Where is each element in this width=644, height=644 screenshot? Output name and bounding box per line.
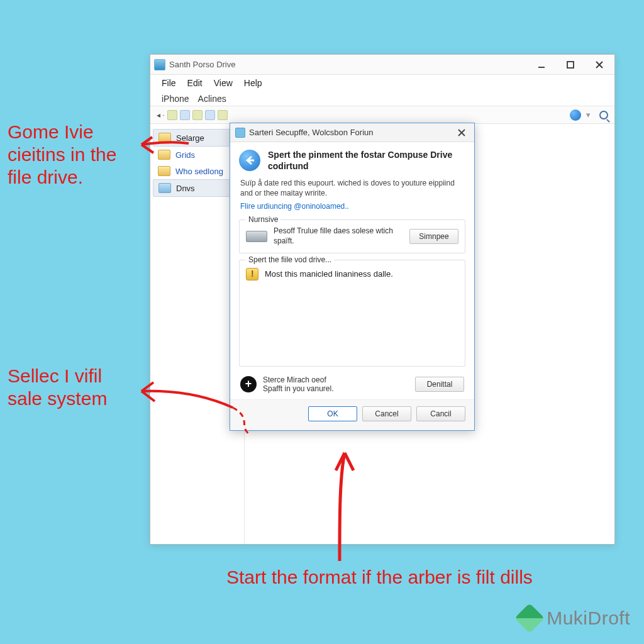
maximize-button[interactable] bbox=[562, 58, 579, 72]
list-item-label: Most this manicled linaniness dalle. bbox=[265, 269, 393, 279]
sidebar-item-dnvs[interactable]: Dnvs bbox=[153, 179, 242, 197]
toolbar-icon[interactable] bbox=[218, 110, 228, 120]
dialog-button-row: OK Cancel Cancil bbox=[230, 399, 474, 430]
annotation-top: Gome Ivie cieitins in the file drive. bbox=[8, 121, 140, 189]
menu-view[interactable]: View bbox=[214, 78, 233, 88]
ok-button[interactable]: OK bbox=[308, 406, 357, 421]
group-text: Pesoff Trulue fille daes solese wtich sp… bbox=[274, 226, 403, 246]
group-legend: Nurnsive bbox=[246, 215, 280, 224]
toolbar: ◂ · ▾ bbox=[150, 106, 614, 124]
dialog-icon bbox=[235, 128, 245, 138]
cancel-button[interactable]: Cancel bbox=[362, 406, 411, 421]
sidebar-item-label: Dnvs bbox=[176, 184, 195, 193]
toolbar-icon[interactable] bbox=[205, 110, 215, 120]
sidebar-item-selarge[interactable]: Selarge bbox=[153, 129, 242, 147]
window-titlebar: Santh Porso Drive bbox=[150, 55, 614, 75]
nav-back-icon[interactable]: ◂ · bbox=[157, 111, 165, 119]
back-arrow-icon[interactable] bbox=[239, 150, 260, 171]
extra-line: Spafft in you vanurel. bbox=[263, 384, 334, 393]
folder-icon bbox=[158, 150, 170, 160]
toolbar-icon[interactable] bbox=[167, 110, 177, 120]
folder-icon bbox=[158, 166, 170, 176]
sidebar-item-label: Selarge bbox=[176, 133, 204, 143]
format-dialog: Sarteri Secupffe, Wolcsbon Foriun Spert … bbox=[230, 123, 475, 431]
drive-icon bbox=[158, 183, 171, 193]
extra-text: Sterce Mirach oeof Spafft in you vanurel… bbox=[263, 375, 334, 394]
watermark: MukiDroft bbox=[519, 608, 630, 629]
folder-icon bbox=[158, 133, 171, 143]
svg-rect-1 bbox=[567, 62, 574, 68]
watermark-text: MukiDroft bbox=[547, 608, 630, 629]
denittal-button[interactable]: Denittal bbox=[415, 377, 464, 392]
dialog-titlebar: Sarteri Secupffe, Wolcsbon Foriun bbox=[230, 123, 474, 142]
hard-drive-icon bbox=[246, 231, 267, 242]
group-legend: Spert the fiile vod drive... bbox=[246, 255, 334, 264]
annotation-middle: Sellec I vifil sale system bbox=[8, 365, 140, 410]
dialog-extra-row: + Sterce Mirach oeof Spafft in you vanur… bbox=[230, 373, 474, 400]
group-drive-list: Spert the fiile vod drive... Most this m… bbox=[239, 260, 465, 367]
dialog-title: Sarteri Secupffe, Wolcsbon Foriun bbox=[249, 128, 454, 137]
sidebar-item-label: Grids bbox=[175, 150, 195, 160]
search-icon[interactable] bbox=[599, 111, 608, 119]
dialog-header: Spert the pinment the fostar Compuse Dri… bbox=[230, 142, 474, 175]
dialog-subtext: Suïp å date red this eupourt. wiched is … bbox=[230, 175, 474, 201]
plus-icon[interactable]: + bbox=[240, 376, 257, 392]
menu-help[interactable]: Help bbox=[244, 78, 262, 88]
dialog-heading: Spert the pinment the fostar Compuse Dri… bbox=[268, 150, 465, 172]
simnpee-button[interactable]: Simnpee bbox=[409, 229, 458, 244]
account-avatar-icon[interactable] bbox=[570, 109, 581, 121]
window-controls bbox=[533, 58, 611, 72]
warning-icon bbox=[246, 268, 258, 280]
dialog-close-button[interactable] bbox=[454, 126, 469, 139]
group-numsive: Nurnsive Pesoff Trulue fille daes solese… bbox=[239, 219, 465, 253]
cancil-button[interactable]: Cancil bbox=[416, 406, 465, 421]
app-icon bbox=[154, 59, 165, 70]
annotation-bottom: Start the format if the arber is filt di… bbox=[226, 566, 566, 589]
subtab-bar: iPhone Aclines bbox=[150, 91, 614, 106]
window-title: Santh Porso Drive bbox=[169, 60, 533, 69]
tab-iphone[interactable]: iPhone bbox=[162, 94, 189, 104]
menu-file[interactable]: File bbox=[162, 78, 176, 88]
minimize-button[interactable] bbox=[533, 58, 550, 72]
sidebar-item-whosedlong[interactable]: Who sedlong bbox=[153, 163, 242, 179]
menu-edit[interactable]: Edit bbox=[187, 78, 203, 88]
avatar-chevron-icon[interactable]: ▾ bbox=[586, 110, 591, 119]
menubar: File Edit View Help bbox=[150, 75, 614, 91]
sidebar-item-label: Who sedlong bbox=[175, 167, 223, 176]
toolbar-icon[interactable] bbox=[192, 110, 203, 120]
tab-aclines[interactable]: Aclines bbox=[198, 94, 226, 104]
list-item[interactable]: Most this manicled linaniness dalle. bbox=[246, 267, 458, 282]
close-button[interactable] bbox=[591, 58, 608, 72]
toolbar-icon[interactable] bbox=[180, 110, 190, 120]
sidebar-item-grids[interactable]: Grids bbox=[153, 147, 242, 163]
watermark-logo-icon bbox=[514, 603, 545, 633]
extra-line: Sterce Mirach oeof bbox=[263, 375, 334, 384]
